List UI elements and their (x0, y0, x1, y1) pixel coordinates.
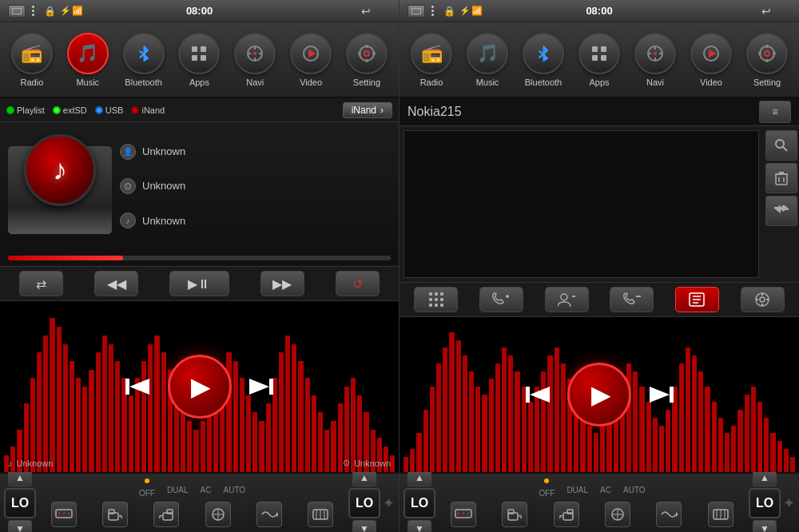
call-add-button[interactable] (479, 287, 523, 312)
eq-bar (475, 387, 480, 472)
right-window-button[interactable] (407, 5, 425, 18)
eq-bar (463, 355, 467, 472)
track-title: Unknown (142, 215, 185, 227)
right-nav-video[interactable]: Video (690, 33, 732, 87)
settings-phone-button[interactable] (741, 287, 785, 312)
steering-heat-btn[interactable] (205, 502, 231, 527)
svg-point-17 (372, 52, 376, 55)
next-big-button[interactable] (244, 369, 280, 405)
right-temp-control: ▲ LO ▼ (348, 469, 380, 533)
svg-rect-58 (776, 174, 787, 185)
inand-button[interactable]: iNand › (343, 102, 392, 118)
right-nav-navi[interactable]: Navi (634, 33, 676, 87)
eq-bar (449, 332, 454, 472)
left-nav-apps[interactable]: Apps (178, 33, 220, 87)
right-nav-radio[interactable]: 📻 Radio (411, 33, 452, 87)
left-panel: 🔒 ⚡ 📶 08:00 ↩ 📻 Radio 🎵 Music Bluetooth (0, 0, 400, 532)
left-nav-music[interactable]: 🎵 Music (67, 33, 109, 87)
seat-heat-right-btn[interactable] (153, 502, 179, 527)
right-lock-icon: 🔒 (443, 6, 455, 17)
right-seat-heat-left-btn[interactable] (502, 502, 527, 527)
left-dots-menu[interactable] (32, 6, 34, 16)
contacts-button[interactable] (545, 287, 589, 312)
right-prev-big-button[interactable] (519, 376, 555, 412)
vent-btn[interactable] (308, 502, 333, 527)
phone-contacts-active-btn[interactable] (675, 287, 719, 312)
shuffle-button[interactable]: ⇄ (19, 271, 63, 296)
right-nav-apps[interactable]: Apps (578, 33, 620, 87)
delete-contact-btn[interactable] (765, 163, 797, 193)
right-back-arrow[interactable]: ↩ (761, 5, 771, 18)
climate-auto-label: AUTO (223, 486, 245, 494)
right-visualizer: ▶ (400, 317, 799, 473)
right-vent-btn[interactable] (708, 502, 733, 527)
phone-header: Nokia215 ≡ (400, 98, 799, 126)
right-temp-down[interactable]: ▼ (352, 520, 376, 533)
left-temp-down[interactable]: ▼ (8, 520, 32, 533)
search-contacts-btn[interactable] (765, 130, 797, 161)
right-nav-music[interactable]: 🎵 Music (467, 33, 508, 87)
keypad-button[interactable] (414, 287, 458, 312)
inand-label: iNand (141, 105, 165, 115)
progress-bar[interactable] (8, 256, 391, 260)
eq-bar (725, 433, 729, 472)
left-nav-radio[interactable]: 📻 Radio (11, 33, 53, 87)
prev-big-button[interactable] (120, 369, 156, 405)
transfer-btn[interactable] (765, 196, 797, 226)
left-nav-setting[interactable]: Setting (346, 33, 388, 87)
defrost-rear-btn[interactable] (51, 502, 77, 527)
left-video-icon (290, 33, 332, 74)
repeat-button[interactable]: ↺ (336, 271, 380, 296)
left-nav-video[interactable]: Video (290, 33, 332, 87)
call-button[interactable] (610, 287, 654, 312)
source-playlist[interactable]: Playlist (6, 105, 45, 115)
inand-btn-label: iNand (352, 105, 376, 116)
right-defrost-rear-btn[interactable] (451, 502, 476, 527)
source-extsd[interactable]: extSD (53, 105, 87, 115)
right-wifi-icon: 📶 (471, 6, 483, 16)
svg-rect-68 (429, 298, 432, 301)
svg-marker-104 (676, 512, 678, 517)
svg-rect-67 (440, 292, 443, 296)
right-dots-menu[interactable] (431, 6, 434, 16)
right-left-temp-down[interactable]: ▼ (407, 520, 431, 533)
eq-bar (770, 433, 775, 472)
play-big-button[interactable]: ▶ (168, 355, 232, 419)
prev-button[interactable]: ◀◀ (94, 271, 138, 296)
right-bluetooth-icon: ⚡ (459, 6, 471, 16)
right-right-temp-down[interactable]: ▼ (753, 520, 777, 533)
next-button[interactable]: ▶▶ (260, 271, 304, 296)
left-nav-video-label: Video (300, 77, 322, 87)
eq-bar (292, 344, 296, 473)
play-big-icon: ▶ (191, 371, 211, 402)
off-indicator (145, 478, 149, 483)
left-wifi-icon: 📶 (72, 6, 83, 16)
seat-heat-left-btn[interactable] (102, 502, 128, 527)
right-nav-setting[interactable]: Setting (746, 33, 788, 87)
right-air-sync-btn[interactable] (656, 502, 682, 527)
right-next-big-button[interactable] (643, 376, 679, 412)
right-nav-bluetooth[interactable]: Bluetooth (523, 33, 564, 87)
left-window-button[interactable] (8, 5, 26, 18)
air-sync-btn[interactable] (256, 502, 282, 527)
eq-bar (495, 363, 500, 472)
source-usb[interactable]: USB (95, 105, 124, 115)
svg-marker-64 (774, 205, 789, 212)
right-right-temp-control: ▲ LO ▼ (749, 469, 781, 533)
right-climate-dual-label: DUAL (566, 486, 588, 494)
source-inand[interactable]: iNand (131, 105, 165, 115)
svg-rect-18 (125, 379, 129, 395)
left-nav-navi[interactable]: Navi (234, 33, 276, 87)
contacts-list-btn[interactable]: ≡ (759, 101, 791, 123)
right-steering-heat-btn[interactable] (605, 502, 630, 527)
right-seat-heat-right-btn[interactable] (554, 502, 579, 527)
right-play-big-button[interactable]: ▶ (567, 363, 631, 427)
svg-rect-65 (429, 292, 432, 296)
progress-container[interactable] (0, 250, 399, 266)
left-setting-icon (346, 33, 388, 74)
eq-bar (37, 352, 42, 472)
svg-rect-91 (670, 387, 674, 403)
left-nav-bluetooth[interactable]: Bluetooth (123, 33, 165, 87)
left-back-arrow[interactable]: ↩ (361, 5, 371, 18)
play-pause-button[interactable]: ▶⏸ (169, 271, 229, 296)
